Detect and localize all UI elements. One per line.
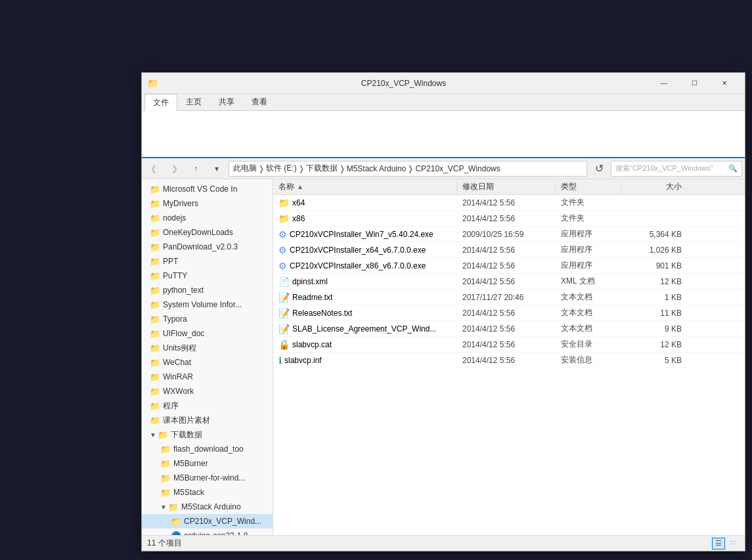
tree-item-wechat[interactable]: 📁 WeChat <box>142 355 273 370</box>
refresh-button[interactable]: ↺ <box>590 160 608 177</box>
title-controls: — ☐ ✕ <box>649 73 740 94</box>
file-row-cp210x-win7[interactable]: ⚙ CP210xVCPInstaller_Win7_v5.40.24.exe 2… <box>273 226 745 242</box>
folder-icon: 📁 <box>160 473 171 483</box>
tree-item-vscode[interactable]: 📁 Microsoft VS Code In <box>142 182 273 196</box>
file-row-readme[interactable]: 📝 Readme.txt 2017/11/27 20:46 文本文档 1 KB <box>273 290 745 305</box>
tree-item-m5burner[interactable]: 📁 M5Burner <box>142 456 273 471</box>
col-header-name[interactable]: 名称 ▲ <box>273 181 457 192</box>
folder-icon: 📁 <box>150 228 160 238</box>
path-sep-4: ❭ <box>407 164 414 173</box>
path-computer[interactable]: 此电脑 <box>233 163 257 174</box>
path-downloads[interactable]: 下载数据 <box>306 163 338 174</box>
path-current[interactable]: CP210x_VCP_Windows <box>415 164 500 173</box>
tree-item-m5stack[interactable]: 📁 M5Stack <box>142 485 273 500</box>
tab-home[interactable]: 主页 <box>177 93 210 110</box>
tree-label-mydrivers: MyDrivers <box>163 199 198 208</box>
tree-item-downloads[interactable]: ▼ 📁 下载数据 <box>142 427 273 442</box>
tree-item-system-volume[interactable]: 📁 System Volume Infor... <box>142 297 273 312</box>
tree-item-programs[interactable]: 📁 程序 <box>142 398 273 413</box>
tree-item-python-text[interactable]: 📁 python_text <box>142 283 273 297</box>
file-row-slab-license[interactable]: 📝 SLAB_License_Agreement_VCP_Wind... 201… <box>273 321 745 337</box>
tree-label-system-volume: System Volume Infor... <box>163 300 242 309</box>
col-header-type[interactable]: 类型 <box>556 181 621 192</box>
tree-item-m5burner-win[interactable]: 📁 M5Burner-for-wind... <box>142 471 273 485</box>
tree-item-mydrivers[interactable]: 📁 MyDrivers <box>142 196 273 211</box>
folder-icon: 📁 <box>168 502 179 512</box>
close-button[interactable]: ✕ <box>709 73 740 94</box>
forward-button[interactable]: ❯ <box>166 160 184 177</box>
tree-label-typora: Typora <box>163 314 187 324</box>
back-button[interactable]: ❮ <box>144 160 163 177</box>
path-sep-2: ❭ <box>298 164 305 173</box>
tree-item-onekeydownloads[interactable]: 📁 OneKeyDownLoads <box>142 225 273 240</box>
file-row-dpinst[interactable]: 📄 dpinst.xml 2014/4/12 5:56 XML 文档 12 KB <box>273 274 745 290</box>
tree-item-arduino-esp32[interactable]: 🔵 arduino-esp32-1.8... <box>142 528 273 535</box>
tab-file[interactable]: 文件 <box>144 94 177 111</box>
tree-label-units: Units例程 <box>163 343 196 354</box>
view-large-icons-button[interactable]: ∷ <box>726 538 740 549</box>
path-m5stack[interactable]: M5Stack Arduino <box>347 164 407 173</box>
file-list: 📁 x64 2014/4/12 5:56 文件夹 📁 x86 2014/4/12… <box>273 195 745 535</box>
tree-item-wxwork[interactable]: 📁 WXWork <box>142 384 273 398</box>
path-sep-3: ❭ <box>339 164 345 173</box>
tree-item-units[interactable]: 📁 Units例程 <box>142 341 273 355</box>
window-title: CP210x_VCP_Windows <box>158 79 649 88</box>
up-button[interactable]: ↑ <box>187 160 205 177</box>
folder-icon: 📁 <box>150 257 160 267</box>
address-bar: ❮ ❯ ↑ ▾ 此电脑 ❭ 软件 (E:) ❭ 下载数据 ❭ M5Stack A… <box>142 158 745 179</box>
main-layout: 📁 Microsoft VS Code In 📁 MyDrivers 📁 nod… <box>142 179 745 535</box>
file-row-x64[interactable]: 📁 x64 2014/4/12 5:56 文件夹 <box>273 195 745 211</box>
tree-item-flash[interactable]: 📁 flash_download_too <box>142 442 273 456</box>
file-name-x86: 📁 x86 <box>273 213 457 224</box>
tree-item-pandownload[interactable]: 📁 PanDownload_v2.0.3 <box>142 240 273 254</box>
folder-icon: 📁 <box>150 329 160 339</box>
tree-label-uiflow: UIFlow_doc <box>163 329 204 338</box>
view-details-button[interactable]: ☰ <box>712 538 725 549</box>
tree-item-winrar[interactable]: 📁 WinRAR <box>142 370 273 384</box>
right-panel: 名称 ▲ 修改日期 类型 大小 📁 x64 <box>273 179 745 535</box>
tree-label-m5burner-win: M5Burner-for-wind... <box>173 473 245 483</box>
folder-icon: 📁 <box>158 430 168 440</box>
tree-item-m5stack-arduino[interactable]: ▼ 📁 M5Stack Arduino <box>142 500 273 514</box>
file-date-releasenotes: 2014/4/12 5:56 <box>457 309 556 318</box>
col-header-size[interactable]: 大小 <box>621 181 687 192</box>
search-box[interactable]: 搜索"CP210x_VCP_Windows" 🔍 <box>611 161 742 177</box>
file-type-x86: 文件夹 <box>556 213 621 224</box>
tree-item-cp210x[interactable]: 📁 CP210x_VCP_Wind... <box>142 514 273 528</box>
path-drive[interactable]: 软件 (E:) <box>266 163 297 174</box>
col-header-date[interactable]: 修改日期 <box>457 181 556 192</box>
file-label-slab-license: SLAB_License_Agreement_VCP_Wind... <box>292 324 436 334</box>
file-row-x86[interactable]: 📁 x86 2014/4/12 5:56 文件夹 <box>273 211 745 226</box>
folder-icon: 📁 <box>150 300 160 310</box>
recent-locations-button[interactable]: ▾ <box>208 160 226 177</box>
file-row-cp210x-x86[interactable]: ⚙ CP210xVCPInstaller_x86_v6.7.0.0.exe 20… <box>273 258 745 274</box>
address-path[interactable]: 此电脑 ❭ 软件 (E:) ❭ 下载数据 ❭ M5Stack Arduino ❭… <box>229 161 587 177</box>
file-size-releasenotes: 11 KB <box>621 309 687 318</box>
xml-icon-dpinst: 📄 <box>278 276 290 287</box>
exe-icon-cp210x-x64: ⚙ <box>278 245 287 255</box>
tree-item-uiflow[interactable]: 📁 UIFlow_doc <box>142 326 273 341</box>
folder-icon: 📁 <box>150 199 160 209</box>
file-row-releasenotes[interactable]: 📝 ReleaseNotes.txt 2014/4/12 5:56 文本文档 1… <box>273 305 745 321</box>
file-date-readme: 2017/11/27 20:46 <box>457 293 556 302</box>
file-row-cp210x-x64[interactable]: ⚙ CP210xVCPInstaller_x64_v6.7.0.0.exe 20… <box>273 242 745 258</box>
txt-icon-readme: 📝 <box>278 292 290 303</box>
file-row-slabvcp-cat[interactable]: 🔒 slabvcp.cat 2014/4/12 5:56 安全目录 12 KB <box>273 337 745 353</box>
tree-item-textbook[interactable]: 📁 课本图片素材 <box>142 413 273 427</box>
folder-icon: 📁 <box>150 401 160 411</box>
tree-label-putty: PuTTY <box>163 271 187 280</box>
folder-icon: 📁 <box>150 242 160 252</box>
tree-item-typora[interactable]: 📁 Typora <box>142 312 273 326</box>
tab-view[interactable]: 查看 <box>243 93 276 110</box>
tab-share[interactable]: 共享 <box>210 93 243 110</box>
minimize-button[interactable]: — <box>649 73 679 94</box>
inf-icon-slabvcp: ℹ <box>278 355 282 366</box>
path-sep-1: ❭ <box>258 164 265 173</box>
tree-item-ppt[interactable]: 📁 PPT <box>142 254 273 269</box>
maximize-button[interactable]: ☐ <box>679 73 709 94</box>
tree-item-nodejs[interactable]: 📁 nodejs <box>142 211 273 225</box>
file-name-dpinst: 📄 dpinst.xml <box>273 276 457 287</box>
folder-icon-x86: 📁 <box>278 213 290 224</box>
tree-item-putty[interactable]: 📁 PuTTY <box>142 269 273 283</box>
file-row-slabvcp-inf[interactable]: ℹ slabvcp.inf 2014/4/12 5:56 安装信息 5 KB <box>273 353 745 368</box>
